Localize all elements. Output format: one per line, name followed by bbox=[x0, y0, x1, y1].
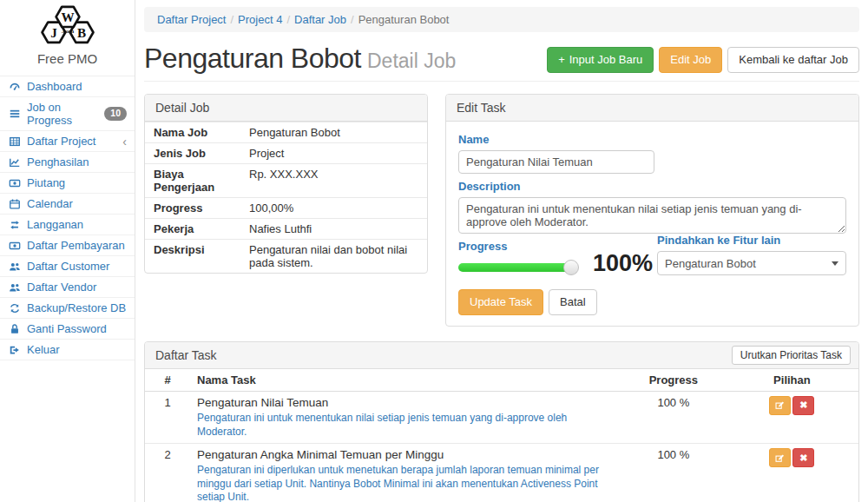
breadcrumb-separator: / bbox=[230, 13, 233, 26]
detail-label: Jenis Job bbox=[145, 143, 244, 163]
lock-icon bbox=[8, 323, 21, 335]
sidebar-item-piutang[interactable]: Piutang bbox=[0, 173, 135, 194]
task-row: 1 Pengaturan Nilai Temuan Pengaturan ini… bbox=[145, 391, 858, 443]
sidebar-item-daftar-customer[interactable]: Daftar Customer bbox=[0, 256, 135, 277]
task-actions-cell: ✖ bbox=[726, 444, 858, 502]
daftar-task-heading: Daftar Task Urutkan Prioritas Task bbox=[145, 342, 858, 369]
sidebar-item-backup-restore[interactable]: Backup/Restore DB bbox=[0, 298, 135, 319]
detail-label: Nama Job bbox=[145, 122, 244, 142]
input-job-baru-button[interactable]: +Input Job Baru bbox=[547, 47, 654, 73]
edit-task-button[interactable] bbox=[769, 448, 791, 467]
update-task-button[interactable]: Update Task bbox=[458, 289, 543, 315]
sidebar-item-label: Keluar bbox=[27, 343, 60, 356]
svg-text:.com: .com bbox=[61, 28, 74, 35]
refresh-icon bbox=[8, 302, 21, 314]
detail-label: Biaya Pengerjaan bbox=[145, 164, 244, 197]
brand-logo[interactable]: W J B .com Free PMO bbox=[0, 0, 135, 69]
page-subtitle: Detail Job bbox=[367, 50, 456, 72]
breadcrumb-link-project-4[interactable]: Project 4 bbox=[238, 13, 282, 26]
sidebar-item-label: Daftar Customer bbox=[27, 260, 109, 273]
detail-value: Project bbox=[244, 143, 289, 163]
sign-out-icon bbox=[8, 344, 21, 356]
task-number: 1 bbox=[145, 391, 190, 443]
breadcrumb-link-daftar-project[interactable]: Daftar Project bbox=[157, 13, 226, 26]
detail-job-panel-title: Detail Job bbox=[145, 95, 427, 122]
sidebar-item-keluar[interactable]: Keluar bbox=[0, 340, 135, 360]
progress-slider-handle[interactable] bbox=[563, 260, 579, 275]
breadcrumb-link-daftar-job[interactable]: Daftar Job bbox=[294, 13, 346, 26]
sidebar-item-label: Daftar Vendor bbox=[27, 281, 96, 294]
sidebar-item-langganan[interactable]: Langganan bbox=[0, 215, 135, 235]
task-progress: 100 % bbox=[621, 391, 726, 443]
x-icon: ✖ bbox=[799, 400, 807, 411]
task-name: Pengaturan Nilai Temuan bbox=[197, 396, 615, 409]
sidebar-item-label: Ganti Password bbox=[27, 322, 107, 335]
detail-label: Progress bbox=[145, 198, 244, 218]
progress-row: Progress 100% Pindahkan ke Fitur lain bbox=[458, 234, 846, 275]
urutkan-prioritas-task-button-top[interactable]: Urutkan Prioritas Task bbox=[732, 346, 851, 365]
users-icon bbox=[8, 281, 21, 294]
edit-job-button[interactable]: Edit Job bbox=[659, 47, 722, 73]
detail-row-pekerja: Pekerja Nafies Luthfi bbox=[145, 218, 427, 239]
detail-value: Pengaturan nilai dan bobot nilai pada si… bbox=[244, 240, 427, 273]
sidebar-item-label: Piutang bbox=[27, 176, 65, 189]
delete-task-button[interactable]: ✖ bbox=[792, 448, 814, 467]
calendar-icon bbox=[8, 198, 21, 210]
brand-name: Free PMO bbox=[0, 51, 135, 66]
progress-slider[interactable] bbox=[458, 263, 574, 272]
task-name-input[interactable] bbox=[458, 150, 654, 174]
sidebar-item-penghasilan[interactable]: Penghasilan bbox=[0, 152, 135, 173]
kembali-ke-daftar-job-button[interactable]: Kembali ke daftar Job bbox=[727, 47, 859, 73]
edit-task-button[interactable] bbox=[769, 396, 791, 415]
sidebar-item-dashboard[interactable]: Dashboard bbox=[0, 76, 135, 97]
sidebar-item-daftar-vendor[interactable]: Daftar Vendor bbox=[0, 277, 135, 298]
main-content: Daftar Project/Project 4/Daftar Job/Peng… bbox=[135, 0, 868, 502]
batal-button[interactable]: Batal bbox=[549, 289, 597, 315]
task-progress: 100 % bbox=[621, 444, 726, 502]
breadcrumb-current: Pengaturan Bobot bbox=[358, 13, 450, 26]
sidebar-item-job-on-progress[interactable]: Job on Progress 10 bbox=[0, 97, 135, 131]
sidebar-item-ganti-password[interactable]: Ganti Password bbox=[0, 319, 135, 340]
column-header-progress: Progress bbox=[621, 369, 726, 392]
sidebar-item-label: Calendar bbox=[27, 197, 73, 210]
breadcrumb-separator: / bbox=[286, 13, 290, 26]
task-row: 2 Pengaturan Angka Minimal Temuan per Mi… bbox=[145, 444, 858, 502]
move-feature-label: Pindahkan ke Fitur lain bbox=[657, 234, 846, 247]
task-description: Pengaturan ini untuk menentukan nilai se… bbox=[197, 412, 615, 439]
sidebar-item-label: Penghasilan bbox=[27, 155, 89, 168]
task-table: # Nama Task Progress Pilihan 1 Pengatura… bbox=[145, 369, 858, 502]
column-header-num: # bbox=[145, 369, 190, 392]
edit-task-form: Name Description Pengaturan ini untuk me… bbox=[446, 122, 858, 326]
sidebar-item-daftar-project[interactable]: Daftar Project ‹ bbox=[0, 131, 135, 152]
svg-text:W: W bbox=[61, 10, 74, 24]
task-description: Pengaturan ini diperlukan untuk menetuka… bbox=[197, 464, 615, 502]
detail-row-jenis-job: Jenis Job Project bbox=[145, 142, 427, 163]
retweet-icon bbox=[8, 219, 21, 231]
header-buttons: +Input Job Baru Edit Job Kembali ke daft… bbox=[547, 47, 859, 73]
description-label: Description bbox=[458, 180, 846, 193]
edit-task-panel: Edit Task Name Description Pengaturan in… bbox=[445, 94, 859, 327]
sidebar-item-label: Job on Progress bbox=[27, 101, 98, 127]
detail-value: Pengaturan Bobot bbox=[244, 122, 345, 142]
detail-job-panel: Detail Job Nama Job Pengaturan Bobot Jen… bbox=[144, 94, 428, 274]
sidebar-item-calendar[interactable]: Calendar bbox=[0, 194, 135, 215]
table-icon bbox=[8, 135, 21, 148]
detail-row-progress: Progress 100,00% bbox=[145, 197, 427, 218]
task-description-textarea[interactable]: Pengaturan ini untuk menentukan nilai se… bbox=[458, 197, 846, 234]
move-feature-select[interactable]: Pengaturan Bobot bbox=[657, 251, 846, 275]
chevron-left-icon: ‹ bbox=[122, 135, 127, 148]
edit-task-actions: Update Task Batal bbox=[458, 289, 846, 315]
task-name-cell: Pengaturan Angka Minimal Temuan per Ming… bbox=[190, 444, 621, 502]
detail-value: 100,00% bbox=[244, 198, 299, 218]
sidebar-item-label: Langganan bbox=[27, 218, 83, 231]
sidebar-item-daftar-pembayaran[interactable]: Daftar Pembayaran bbox=[0, 235, 135, 256]
breadcrumb: Daftar Project/Project 4/Daftar Job/Peng… bbox=[144, 7, 859, 32]
sidebar: W J B .com Free PMO Dashboard Job on Pro… bbox=[0, 0, 135, 502]
money-icon bbox=[8, 177, 21, 189]
page-header: Pengaturan BobotDetail Job +Input Job Ba… bbox=[144, 43, 859, 82]
sidebar-item-label: Daftar Project bbox=[27, 135, 95, 148]
delete-task-button[interactable]: ✖ bbox=[792, 396, 814, 415]
breadcrumb-separator: / bbox=[351, 13, 354, 26]
sidebar-item-label: Backup/Restore DB bbox=[27, 301, 126, 314]
name-label: Name bbox=[458, 133, 846, 146]
